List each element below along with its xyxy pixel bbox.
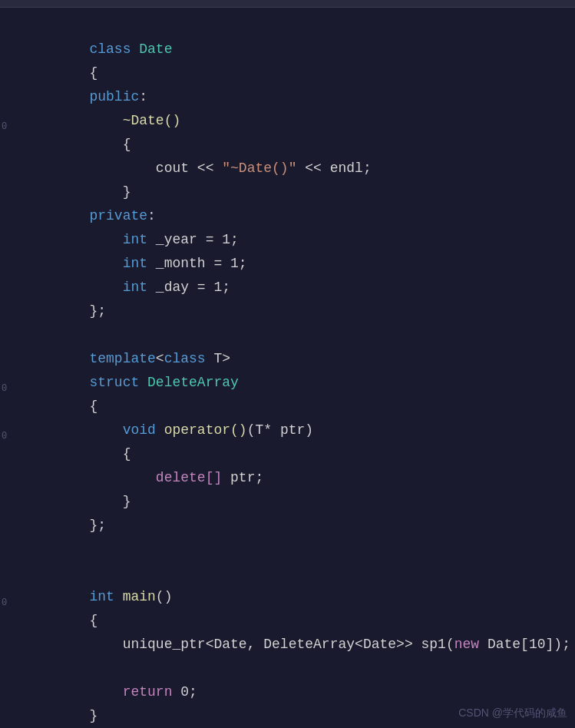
code-area: class Date { public: 0 ~Date()	[0, 8, 575, 728]
code-line-22: };	[0, 514, 575, 538]
code-line-23	[0, 538, 575, 561]
code-line-27: unique_ptr<Date, DeleteArray<Date>> sp1(…	[0, 633, 575, 657]
close-struct: };	[89, 518, 106, 533]
top-bar	[0, 0, 575, 8]
keyword-new: new	[454, 637, 479, 652]
main-close-brace: }	[89, 708, 97, 723]
watermark-text: CSDN @学代码的咸鱼	[458, 706, 567, 720]
fold-18: 0	[2, 431, 7, 442]
line-content-30: }	[23, 680, 567, 728]
date-array: Date[10]);	[479, 637, 570, 652]
fold-16: 0	[2, 383, 7, 394]
fold-5: 0	[2, 121, 7, 132]
close-class: };	[89, 303, 106, 319]
code-line-13: };	[0, 299, 575, 323]
unique-ptr-stmt: unique_ptr<Date, DeleteArray<Date>> sp1(	[89, 637, 454, 652]
editor-container: class Date { public: 0 ~Date()	[0, 0, 575, 728]
fold-25: 0	[2, 597, 7, 608]
